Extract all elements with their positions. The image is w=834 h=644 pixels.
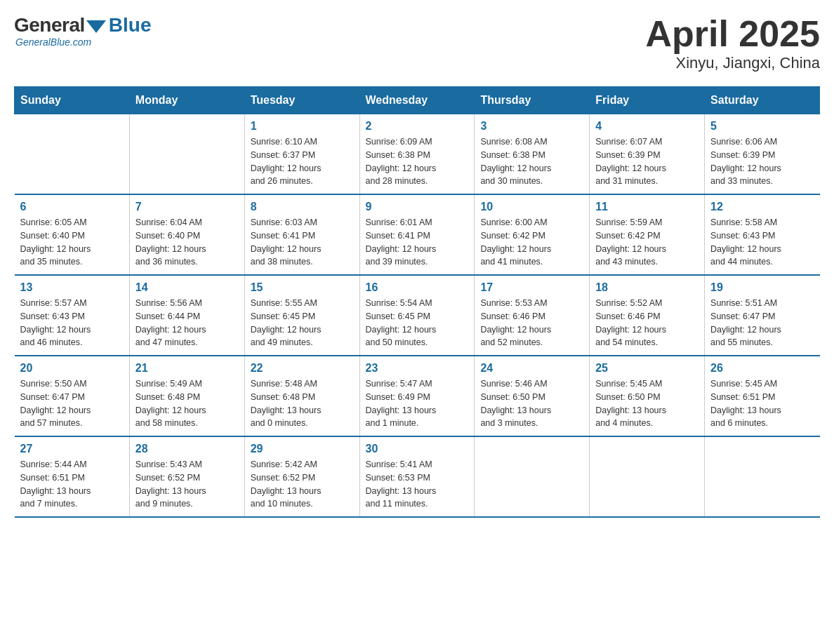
day-number: 24 [480,362,583,375]
calendar-header-row: SundayMondayTuesdayWednesdayThursdayFrid… [15,87,820,114]
day-info: Sunrise: 5:42 AM Sunset: 6:52 PM Dayligh… [251,458,354,511]
title-block: April 2025 Xinyu, Jiangxi, China [645,14,820,72]
day-info: Sunrise: 5:43 AM Sunset: 6:52 PM Dayligh… [135,458,239,511]
day-cell: 26Sunrise: 5:45 AM Sunset: 6:51 PM Dayli… [705,356,820,436]
day-info: Sunrise: 5:52 AM Sunset: 6:46 PM Dayligh… [595,297,699,349]
day-number: 13 [20,281,124,294]
day-number: 19 [710,281,814,294]
day-cell [705,436,820,517]
day-cell: 1Sunrise: 6:10 AM Sunset: 6:37 PM Daylig… [244,114,359,195]
day-cell: 24Sunrise: 5:46 AM Sunset: 6:50 PM Dayli… [475,356,590,436]
day-cell: 6Sunrise: 6:05 AM Sunset: 6:40 PM Daylig… [15,194,130,275]
day-number: 18 [595,281,699,294]
day-info: Sunrise: 5:48 AM Sunset: 6:48 PM Dayligh… [251,377,354,430]
day-number: 11 [595,201,699,213]
day-number: 16 [366,281,469,294]
day-info: Sunrise: 6:00 AM Sunset: 6:42 PM Dayligh… [480,216,583,269]
day-info: Sunrise: 6:08 AM Sunset: 6:38 PM Dayligh… [480,135,583,188]
week-row-3: 13Sunrise: 5:57 AM Sunset: 6:43 PM Dayli… [15,275,820,356]
day-number: 23 [366,362,469,375]
day-cell: 8Sunrise: 6:03 AM Sunset: 6:41 PM Daylig… [244,194,359,275]
header-thursday: Thursday [475,87,590,114]
day-info: Sunrise: 5:54 AM Sunset: 6:45 PM Dayligh… [366,297,469,349]
day-info: Sunrise: 6:04 AM Sunset: 6:40 PM Dayligh… [135,216,239,269]
calendar-subtitle: Xinyu, Jiangxi, China [645,54,820,72]
header-friday: Friday [590,87,705,114]
logo: General Blue GeneralBlue.com [14,14,151,48]
day-cell: 13Sunrise: 5:57 AM Sunset: 6:43 PM Dayli… [15,275,130,356]
day-number: 20 [20,362,124,375]
day-cell: 19Sunrise: 5:51 AM Sunset: 6:47 PM Dayli… [705,275,820,356]
day-cell [590,436,705,517]
day-info: Sunrise: 5:46 AM Sunset: 6:50 PM Dayligh… [480,377,583,430]
day-number: 15 [251,281,354,294]
day-number: 26 [710,362,814,375]
day-info: Sunrise: 6:10 AM Sunset: 6:37 PM Dayligh… [251,135,354,188]
header-tuesday: Tuesday [244,87,359,114]
day-info: Sunrise: 5:56 AM Sunset: 6:44 PM Dayligh… [135,297,239,349]
day-info: Sunrise: 5:45 AM Sunset: 6:50 PM Dayligh… [595,377,699,430]
header-monday: Monday [129,87,244,114]
day-info: Sunrise: 6:06 AM Sunset: 6:39 PM Dayligh… [710,135,814,188]
day-cell: 2Sunrise: 6:09 AM Sunset: 6:38 PM Daylig… [359,114,475,195]
day-info: Sunrise: 5:50 AM Sunset: 6:47 PM Dayligh… [20,377,124,430]
day-cell [475,436,590,517]
day-info: Sunrise: 6:09 AM Sunset: 6:38 PM Dayligh… [366,135,469,188]
logo-blue-text: Blue [109,14,152,36]
day-number: 9 [366,201,469,213]
day-number: 8 [251,201,354,213]
day-cell: 23Sunrise: 5:47 AM Sunset: 6:49 PM Dayli… [359,356,475,436]
day-number: 17 [480,281,583,294]
day-number: 6 [20,201,124,213]
page-header: General Blue GeneralBlue.com April 2025 … [14,14,820,72]
day-number: 28 [135,443,239,455]
day-number: 3 [480,120,583,133]
day-number: 10 [480,201,583,213]
day-cell: 20Sunrise: 5:50 AM Sunset: 6:47 PM Dayli… [15,356,130,436]
day-cell: 22Sunrise: 5:48 AM Sunset: 6:48 PM Dayli… [244,356,359,436]
day-number: 29 [251,443,354,455]
header-saturday: Saturday [705,87,820,114]
day-cell: 3Sunrise: 6:08 AM Sunset: 6:38 PM Daylig… [475,114,590,195]
day-number: 30 [366,443,469,455]
day-info: Sunrise: 5:59 AM Sunset: 6:42 PM Dayligh… [595,216,699,269]
day-cell [15,114,130,195]
logo-tagline: GeneralBlue.com [15,36,91,48]
day-cell: 7Sunrise: 6:04 AM Sunset: 6:40 PM Daylig… [129,194,244,275]
header-wednesday: Wednesday [359,87,475,114]
day-cell: 11Sunrise: 5:59 AM Sunset: 6:42 PM Dayli… [590,194,705,275]
day-number: 1 [251,120,354,133]
day-info: Sunrise: 5:44 AM Sunset: 6:51 PM Dayligh… [20,458,124,511]
day-number: 5 [710,120,814,133]
day-number: 12 [710,201,814,213]
day-info: Sunrise: 6:05 AM Sunset: 6:40 PM Dayligh… [20,216,124,269]
day-cell: 5Sunrise: 6:06 AM Sunset: 6:39 PM Daylig… [705,114,820,195]
day-info: Sunrise: 5:41 AM Sunset: 6:53 PM Dayligh… [366,458,469,511]
day-number: 2 [366,120,469,133]
day-cell: 25Sunrise: 5:45 AM Sunset: 6:50 PM Dayli… [590,356,705,436]
logo-general-text: General [14,14,85,36]
day-cell: 17Sunrise: 5:53 AM Sunset: 6:46 PM Dayli… [475,275,590,356]
day-info: Sunrise: 5:47 AM Sunset: 6:49 PM Dayligh… [366,377,469,430]
day-cell: 28Sunrise: 5:43 AM Sunset: 6:52 PM Dayli… [129,436,244,517]
day-cell: 9Sunrise: 6:01 AM Sunset: 6:41 PM Daylig… [359,194,475,275]
day-number: 22 [251,362,354,375]
day-info: Sunrise: 6:03 AM Sunset: 6:41 PM Dayligh… [251,216,354,269]
day-cell: 16Sunrise: 5:54 AM Sunset: 6:45 PM Dayli… [359,275,475,356]
day-number: 14 [135,281,239,294]
day-cell: 15Sunrise: 5:55 AM Sunset: 6:45 PM Dayli… [244,275,359,356]
day-cell: 14Sunrise: 5:56 AM Sunset: 6:44 PM Dayli… [129,275,244,356]
day-cell: 27Sunrise: 5:44 AM Sunset: 6:51 PM Dayli… [15,436,130,517]
day-info: Sunrise: 5:55 AM Sunset: 6:45 PM Dayligh… [251,297,354,349]
day-info: Sunrise: 5:57 AM Sunset: 6:43 PM Dayligh… [20,297,124,349]
day-cell: 21Sunrise: 5:49 AM Sunset: 6:48 PM Dayli… [129,356,244,436]
day-cell: 4Sunrise: 6:07 AM Sunset: 6:39 PM Daylig… [590,114,705,195]
day-cell: 30Sunrise: 5:41 AM Sunset: 6:53 PM Dayli… [359,436,475,517]
day-info: Sunrise: 5:53 AM Sunset: 6:46 PM Dayligh… [480,297,583,349]
day-cell: 12Sunrise: 5:58 AM Sunset: 6:43 PM Dayli… [705,194,820,275]
day-number: 7 [135,201,239,213]
day-info: Sunrise: 5:51 AM Sunset: 6:47 PM Dayligh… [710,297,814,349]
day-cell: 10Sunrise: 6:00 AM Sunset: 6:42 PM Dayli… [475,194,590,275]
week-row-4: 20Sunrise: 5:50 AM Sunset: 6:47 PM Dayli… [15,356,820,436]
day-info: Sunrise: 5:45 AM Sunset: 6:51 PM Dayligh… [710,377,814,430]
